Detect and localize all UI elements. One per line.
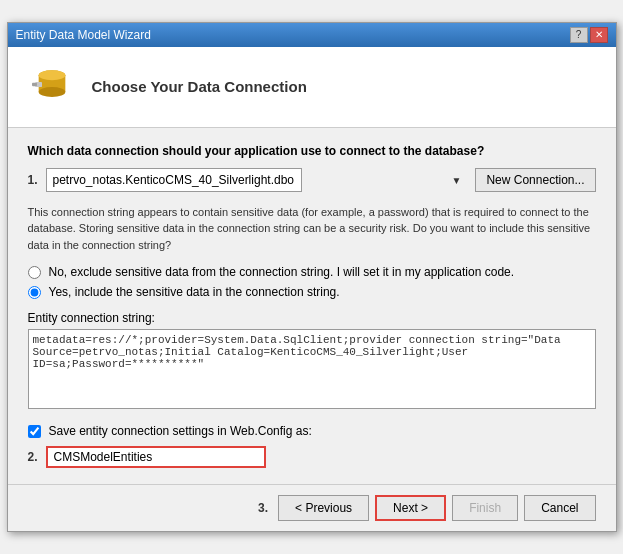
radio-yes[interactable]	[28, 286, 41, 299]
entity-name-row: 2.	[28, 446, 596, 468]
wizard-header: Choose Your Data Connection	[8, 47, 616, 128]
svg-point-3	[38, 70, 65, 80]
close-button[interactable]: ✕	[590, 27, 608, 43]
wizard-window: Entity Data Model Wizard ? ✕ Choose Your…	[7, 22, 617, 533]
conn-string-textarea[interactable]	[28, 329, 596, 409]
radio-no-label: No, exclude sensitive data from the conn…	[49, 265, 515, 279]
cancel-button[interactable]: Cancel	[524, 495, 595, 521]
save-checkbox[interactable]	[28, 425, 41, 438]
database-icon	[32, 67, 72, 107]
wizard-icon-container	[28, 63, 76, 111]
radio-yes-item: Yes, include the sensitive data in the c…	[28, 285, 596, 299]
footer: 3. < Previous Next > Finish Cancel	[8, 484, 616, 531]
new-connection-button[interactable]: New Connection...	[475, 168, 595, 192]
title-bar-text: Entity Data Model Wizard	[16, 28, 151, 42]
wizard-title: Choose Your Data Connection	[92, 78, 307, 95]
conn-string-wrapper	[28, 329, 596, 412]
svg-point-2	[38, 87, 65, 97]
dropdown-arrow-icon: ▼	[452, 174, 462, 185]
conn-string-label: Entity connection string:	[28, 311, 596, 325]
radio-no[interactable]	[28, 266, 41, 279]
finish-button[interactable]: Finish	[452, 495, 518, 521]
save-label: Save entity connection settings in Web.C…	[49, 424, 312, 438]
question-label: Which data connection should your applic…	[28, 144, 596, 158]
previous-button[interactable]: < Previous	[278, 495, 369, 521]
connection-row: 1. petrvo_notas.KenticoCMS_40_Silverligh…	[28, 168, 596, 192]
sensitive-data-text: This connection string appears to contai…	[28, 204, 596, 254]
connection-dropdown[interactable]: petrvo_notas.KenticoCMS_40_Silverlight.d…	[46, 168, 302, 192]
connection-dropdown-wrapper: petrvo_notas.KenticoCMS_40_Silverlight.d…	[46, 168, 468, 192]
radio-yes-label: Yes, include the sensitive data in the c…	[49, 285, 340, 299]
step1-label: 1.	[28, 173, 38, 187]
title-bar-buttons: ? ✕	[570, 27, 608, 43]
title-bar: Entity Data Model Wizard ? ✕	[8, 23, 616, 47]
radio-group: No, exclude sensitive data from the conn…	[28, 265, 596, 299]
entity-name-input[interactable]	[46, 446, 266, 468]
wizard-body: Which data connection should your applic…	[8, 128, 616, 485]
step3-label: 3.	[258, 501, 268, 515]
next-button[interactable]: Next >	[375, 495, 446, 521]
step2-label: 2.	[28, 450, 38, 464]
svg-rect-5	[32, 83, 37, 86]
save-row: Save entity connection settings in Web.C…	[28, 424, 596, 438]
radio-no-item: No, exclude sensitive data from the conn…	[28, 265, 596, 279]
help-button[interactable]: ?	[570, 27, 588, 43]
